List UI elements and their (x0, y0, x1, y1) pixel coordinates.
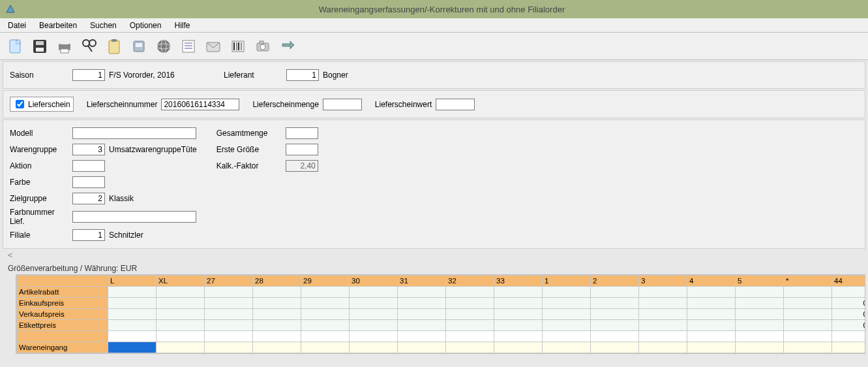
farbe-input[interactable] (72, 176, 105, 188)
new-icon[interactable] (5, 37, 25, 56)
grid-cell[interactable] (108, 287, 157, 298)
grid-cell[interactable] (253, 287, 301, 298)
lieferant-input[interactable] (286, 69, 319, 81)
menu-hilfe[interactable]: Hilfe (172, 20, 192, 31)
grid-cell[interactable] (832, 287, 866, 298)
grid-cell[interactable] (639, 342, 687, 353)
erste-groesse-input[interactable] (286, 144, 318, 155)
grid-cell[interactable] (350, 287, 398, 298)
grid-cell[interactable] (543, 342, 591, 353)
grid-cell[interactable] (205, 298, 253, 309)
list-icon[interactable] (179, 37, 198, 56)
server-icon[interactable] (129, 37, 149, 56)
grid-col-header[interactable]: 31 (398, 276, 446, 287)
lieferscheinnummer-input[interactable] (161, 99, 239, 110)
grid-cell[interactable] (157, 342, 205, 353)
grid-col-header[interactable]: * (784, 276, 832, 287)
grid-cell[interactable] (205, 342, 253, 353)
grid-cell[interactable] (253, 298, 301, 309)
grid-cell[interactable] (446, 287, 494, 298)
grid-cell[interactable] (108, 320, 157, 331)
scroll-left-icon[interactable]: < (8, 250, 868, 260)
grid-cell[interactable]: 1 (832, 342, 866, 353)
grid-cell[interactable] (784, 287, 832, 298)
grid-cell[interactable] (687, 298, 736, 309)
grid-cell[interactable] (301, 298, 350, 309)
grid-cell[interactable] (494, 287, 543, 298)
aktion-input[interactable] (72, 160, 105, 172)
grid-cell[interactable] (687, 342, 736, 353)
grid-cell[interactable] (591, 309, 639, 320)
lieferscheinmenge-input[interactable] (323, 99, 362, 110)
grid-cell[interactable] (157, 287, 205, 298)
farbnummer-input[interactable] (72, 211, 196, 223)
grid-cell[interactable] (736, 298, 784, 309)
grid-cell[interactable] (108, 309, 157, 320)
grid-cell[interactable] (350, 309, 398, 320)
grid-col-header[interactable]: 44 (832, 276, 866, 287)
camera-icon[interactable] (253, 37, 273, 56)
clipboard-icon[interactable] (104, 37, 124, 56)
filiale-input[interactable] (72, 229, 105, 241)
grid-cell[interactable] (543, 287, 591, 298)
warengruppe-input[interactable] (72, 144, 105, 155)
grid-cell[interactable] (736, 287, 784, 298)
grid-col-header[interactable]: 5 (736, 276, 784, 287)
grid-col-header[interactable]: 33 (494, 276, 543, 287)
grid-cell[interactable] (446, 298, 494, 309)
grid-cell[interactable] (301, 342, 350, 353)
grid-cell[interactable] (205, 309, 253, 320)
grid-cell[interactable] (446, 320, 494, 331)
grid-col-header[interactable]: 32 (446, 276, 494, 287)
grid-cell[interactable] (350, 298, 398, 309)
grid-cell[interactable] (398, 298, 446, 309)
grid-cell[interactable] (253, 309, 301, 320)
grid-col-header[interactable]: 4 (687, 276, 736, 287)
grid-cell[interactable] (639, 309, 687, 320)
grid-cell[interactable] (446, 342, 494, 353)
search-icon[interactable] (80, 37, 99, 56)
grid-cell[interactable] (543, 320, 591, 331)
grid-cell[interactable] (543, 298, 591, 309)
grid-cell[interactable] (398, 320, 446, 331)
grid-col-header[interactable]: 28 (253, 276, 301, 287)
grid-cell[interactable] (446, 309, 494, 320)
grid-cell[interactable] (687, 320, 736, 331)
grid-cell[interactable] (108, 298, 157, 309)
menu-optionen[interactable]: Optionen (127, 20, 164, 31)
saison-input[interactable] (72, 69, 105, 81)
grid-cell[interactable] (494, 309, 543, 320)
grid-cell[interactable] (301, 309, 350, 320)
grid-cell[interactable] (350, 342, 398, 353)
print-icon[interactable] (55, 37, 74, 56)
grid-col-header[interactable]: XL (157, 276, 205, 287)
grid-cell[interactable] (591, 342, 639, 353)
grid-cell[interactable] (398, 342, 446, 353)
lieferschein-checkbox[interactable] (16, 100, 24, 108)
grid-cell[interactable] (205, 287, 253, 298)
grid-cell[interactable] (784, 298, 832, 309)
grid-col-header[interactable]: L (108, 276, 157, 287)
grid-cell[interactable]: 0,02 (832, 298, 866, 309)
gesamtmenge-input[interactable] (286, 127, 318, 139)
grid-col-header[interactable]: 30 (350, 276, 398, 287)
grid-col-header[interactable]: 29 (301, 276, 350, 287)
globe-icon[interactable] (154, 37, 173, 56)
menu-bearbeiten[interactable]: Bearbeiten (37, 20, 80, 31)
lieferscheinwert-input[interactable] (436, 99, 475, 110)
grid-col-header[interactable]: 2 (591, 276, 639, 287)
grid-cell[interactable] (543, 309, 591, 320)
grid-cell[interactable] (784, 342, 832, 353)
brief-icon[interactable] (203, 37, 223, 56)
size-grid-table[interactable]: LXL2728293031323312345*44ArtikelrabattEi… (16, 275, 865, 353)
grid-col-header[interactable]: 1 (543, 276, 591, 287)
save-icon[interactable] (30, 37, 50, 56)
grid-cell[interactable] (784, 320, 832, 331)
modell-input[interactable] (72, 127, 196, 139)
grid-cell[interactable] (639, 320, 687, 331)
grid-cell[interactable] (301, 320, 350, 331)
grid-cell[interactable] (687, 309, 736, 320)
grid-cell[interactable] (108, 342, 157, 353)
grid-cell[interactable] (253, 320, 301, 331)
menu-suchen[interactable]: Suchen (87, 20, 119, 31)
